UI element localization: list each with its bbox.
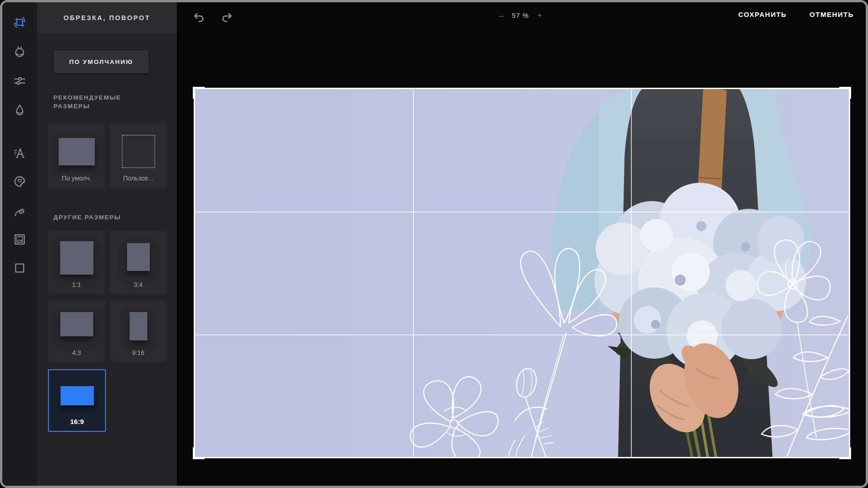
tool-adjustments[interactable] — [11, 73, 28, 89]
header-actions: СОХРАНИТЬ ОТМЕНИТЬ — [738, 11, 854, 18]
size-tile-label: 9:16 — [132, 349, 144, 356]
redo-icon — [220, 11, 234, 24]
size-tile-16-9-selected[interactable]: 16:9 — [48, 369, 106, 432]
size-tile-label: По умолч. — [62, 175, 91, 182]
photo-editor-window: ОБРЕЗКА, ПОВОРОТ ПО УМОЛЧАНИЮ РЕКОМЕНДУЕ… — [0, 0, 868, 488]
zoom-level-value: 57 % — [512, 12, 529, 19]
droplet-icon — [13, 103, 26, 117]
tool-text[interactable] — [11, 145, 28, 161]
custom-size-thumb — [122, 135, 155, 168]
enhance-flask-icon — [13, 45, 26, 58]
size-tile-9-16[interactable]: 9:16 — [110, 300, 167, 362]
adjustments-icon — [13, 74, 26, 88]
crop-region[interactable] — [195, 89, 849, 457]
crop-rotate-icon — [13, 16, 26, 29]
sticker-icon — [13, 175, 26, 188]
size-tile-label: 1:1 — [72, 281, 81, 288]
undo-icon — [192, 11, 206, 24]
size-tile-4-3[interactable]: 4:3 — [48, 300, 105, 362]
panel-header: ОБРЕЗКА, ПОВОРОТ — [37, 2, 177, 33]
zoom-control: – 57 % + — [499, 11, 542, 21]
ratio-thumb-1-1 — [60, 241, 93, 275]
zoom-in-button[interactable]: + — [537, 11, 542, 21]
ratio-thumb-3-4 — [127, 243, 150, 271]
undo-button[interactable] — [191, 10, 207, 26]
crop-panel: ОБРЕЗКА, ПОВОРОТ ПО УМОЛЧАНИЮ РЕКОМЕНДУЕ… — [37, 2, 177, 486]
text-icon — [13, 146, 26, 160]
ratio-thumb-9-16 — [129, 312, 147, 340]
panel-title: ОБРЕЗКА, ПОВОРОТ — [64, 14, 150, 21]
redo-button[interactable] — [219, 10, 235, 26]
crop-handle-top-right[interactable] — [839, 87, 851, 99]
size-tile-label: 16:9 — [70, 418, 84, 425]
size-tile-label: 4:3 — [72, 349, 81, 356]
crop-handle-bottom-left[interactable] — [193, 447, 205, 459]
recommended-sizes-label: РЕКОМЕНДУЕМЫЕ РАЗМЕРЫ — [53, 94, 149, 111]
other-sizes-label: ДРУГИЕ РАЗМЕРЫ — [53, 213, 149, 222]
zoom-out-button[interactable]: – — [499, 11, 504, 21]
cancel-button[interactable]: ОТМЕНИТЬ — [810, 11, 854, 18]
resize-icon — [13, 261, 26, 275]
tool-blur[interactable] — [11, 102, 28, 118]
canvas-area: – 57 % + СОХРАНИТЬ ОТМЕНИТЬ — [177, 2, 866, 486]
ratio-thumb-4-3 — [60, 312, 93, 336]
tool-crop-rotate[interactable] — [11, 14, 28, 31]
size-tile-3-4[interactable]: 3:4 — [110, 231, 167, 294]
frame-icon — [13, 233, 26, 246]
tool-sticker[interactable] — [11, 173, 28, 190]
size-tile-1-1[interactable]: 1:1 — [48, 231, 105, 294]
size-tile-custom[interactable]: Пользов... — [110, 123, 167, 187]
reset-default-button[interactable]: ПО УМОЛЧАНИЮ — [54, 50, 148, 73]
tool-enhance[interactable] — [11, 43, 28, 60]
tool-resize[interactable] — [11, 260, 28, 276]
default-size-thumb — [58, 138, 95, 165]
ratio-thumb-16-9 — [60, 386, 94, 405]
draw-icon — [13, 204, 26, 218]
tool-draw[interactable] — [11, 203, 28, 219]
tool-frame[interactable] — [11, 231, 28, 248]
size-tile-label: Пользов... — [123, 175, 153, 182]
size-tile-default[interactable]: По умолч. — [48, 123, 105, 187]
crop-handle-bottom-right[interactable] — [839, 447, 851, 459]
tool-rail — [2, 2, 37, 486]
photo-illustration — [195, 89, 849, 457]
crop-handle-top-left[interactable] — [193, 87, 205, 99]
save-button[interactable]: СОХРАНИТЬ — [738, 11, 787, 18]
size-tile-label: 3:4 — [134, 281, 143, 288]
